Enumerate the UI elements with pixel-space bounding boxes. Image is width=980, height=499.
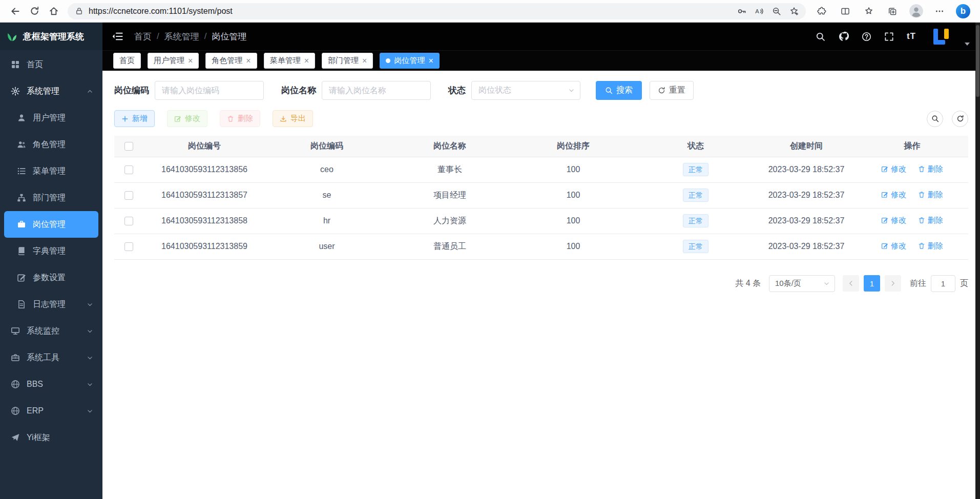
close-icon[interactable]: × — [362, 57, 367, 65]
url-text[interactable]: https://ccnetcore.com:1101/system/post — [89, 7, 733, 16]
tab-user-mgmt[interactable]: 用户管理× — [148, 53, 199, 69]
copilot-icon[interactable]: b — [951, 2, 975, 21]
breadcrumb-home[interactable]: 首页 — [134, 31, 152, 43]
search-icon[interactable] — [816, 32, 825, 41]
sidebar-item-system-tools[interactable]: 系统工具 — [4, 344, 98, 371]
split-screen-icon[interactable] — [833, 2, 857, 21]
key-icon[interactable] — [733, 4, 750, 18]
table-row: 1641030593112313857 se 项目经理 100 正常 2023-… — [114, 182, 968, 208]
gear-icon — [10, 86, 20, 96]
globe-icon — [10, 406, 20, 416]
address-bar[interactable]: https://ccnetcore.com:1101/system/post A — [68, 3, 806, 19]
goto-label: 前往 — [910, 278, 926, 289]
breadcrumb-system-mgmt[interactable]: 系统管理 — [164, 31, 199, 43]
post-code-field[interactable] — [155, 81, 264, 100]
table-header-row: 岗位编号 岗位编码 岗位名称 岗位排序 状态 创建时间 操作 — [114, 136, 968, 157]
close-icon[interactable]: × — [188, 57, 193, 65]
row-edit-link[interactable]: 修改 — [881, 190, 906, 200]
post-name-label: 岗位名称 — [281, 85, 316, 96]
sidebar-item-bbs[interactable]: BBS — [4, 371, 98, 398]
status-select[interactable]: 岗位状态 — [471, 81, 580, 100]
close-icon[interactable]: × — [428, 57, 433, 65]
table-row: 1641030593112313856 ceo 董事长 100 正常 2023-… — [114, 157, 968, 182]
profile-avatar[interactable] — [904, 2, 928, 21]
export-button[interactable]: 导出 — [273, 110, 313, 127]
row-edit-link[interactable]: 修改 — [881, 164, 906, 174]
sidebar-item-yi-framework[interactable]: Yi框架 — [4, 424, 98, 451]
sidebar-fold-icon[interactable] — [112, 31, 123, 42]
post-name-input[interactable] — [329, 86, 424, 95]
add-button[interactable]: 新增 — [114, 110, 155, 127]
browser-back-button[interactable] — [5, 2, 25, 20]
next-page-button[interactable] — [885, 275, 901, 292]
chevron-down-icon — [87, 328, 93, 335]
tab-role-mgmt[interactable]: 角色管理× — [205, 53, 257, 69]
prev-page-button[interactable] — [843, 275, 859, 292]
refresh-table-button[interactable] — [952, 111, 968, 127]
reset-button[interactable]: 重置 — [650, 81, 694, 100]
goto-page-input[interactable] — [931, 275, 955, 292]
tab-post-mgmt[interactable]: 岗位管理× — [380, 53, 439, 69]
sidebar-item-dept-mgmt[interactable]: 部门管理 — [4, 184, 98, 211]
close-icon[interactable]: × — [304, 57, 309, 65]
sidebar-item-home[interactable]: 首页 — [4, 51, 98, 78]
select-all-checkbox[interactable] — [124, 142, 133, 151]
row-edit-link[interactable]: 修改 — [881, 216, 906, 225]
zoom-out-icon[interactable] — [768, 4, 785, 18]
post-name-cell: 项目经理 — [388, 182, 512, 208]
page-scrollbar[interactable] — [975, 23, 980, 499]
row-checkbox[interactable] — [124, 242, 133, 251]
row-delete-link[interactable]: 删除 — [918, 241, 943, 251]
post-code-cell: ceo — [266, 157, 388, 182]
sidebar-item-role-mgmt[interactable]: 角色管理 — [4, 131, 98, 158]
github-icon[interactable] — [838, 31, 849, 42]
chevron-down-icon[interactable] — [965, 43, 970, 46]
tab-menu-mgmt[interactable]: 菜单管理× — [264, 53, 315, 69]
col-post-name: 岗位名称 — [388, 136, 512, 157]
sidebar-item-post-mgmt[interactable]: 岗位管理 — [4, 211, 98, 238]
sidebar-item-dict-mgmt[interactable]: 字典管理 — [4, 238, 98, 264]
page-number-1[interactable]: 1 — [864, 275, 880, 292]
post-name-field[interactable] — [322, 81, 431, 100]
collections-icon[interactable] — [881, 2, 904, 21]
read-aloud-icon[interactable]: A — [750, 4, 768, 18]
font-size-icon[interactable]: tT — [907, 31, 916, 41]
edit-button[interactable]: 修改 — [167, 110, 207, 127]
browser-home-button[interactable] — [44, 2, 64, 20]
row-delete-link[interactable]: 删除 — [918, 164, 943, 174]
tab-home[interactable]: 首页 — [113, 53, 141, 69]
tab-dept-mgmt[interactable]: 部门管理× — [322, 53, 373, 69]
row-delete-link[interactable]: 删除 — [918, 190, 943, 200]
extensions-icon[interactable] — [810, 2, 833, 21]
help-icon[interactable] — [862, 32, 871, 41]
sidebar-item-system-monitor[interactable]: 系统监控 — [4, 318, 98, 344]
user-logo-avatar[interactable] — [932, 27, 951, 46]
sidebar-item-user-mgmt[interactable]: 用户管理 — [4, 105, 98, 131]
sidebar-item-erp[interactable]: ERP — [4, 398, 98, 424]
fullscreen-icon[interactable] — [884, 32, 894, 41]
sidebar-item-param-settings[interactable]: 参数设置 — [4, 264, 98, 291]
app-brand[interactable]: 意框架管理系统 — [0, 23, 102, 50]
row-checkbox[interactable] — [124, 191, 133, 200]
sidebar-item-log-mgmt[interactable]: 日志管理 — [4, 291, 98, 318]
settings-menu-icon[interactable] — [928, 2, 951, 21]
post-code-input[interactable] — [162, 86, 257, 95]
sidebar-item-system-mgmt[interactable]: 系统管理 — [4, 78, 98, 105]
globe-icon — [10, 379, 20, 389]
scrollbar-thumb[interactable] — [976, 25, 979, 97]
row-checkbox[interactable] — [124, 217, 133, 225]
row-delete-link[interactable]: 删除 — [918, 216, 943, 225]
browser-refresh-button[interactable] — [25, 2, 44, 20]
page-size-select[interactable]: 10条/页 — [769, 275, 835, 292]
search-button[interactable]: 搜索 — [596, 81, 642, 100]
toolbar-right — [927, 111, 968, 127]
row-edit-link[interactable]: 修改 — [881, 241, 906, 251]
toggle-search-button[interactable] — [927, 111, 943, 127]
close-icon[interactable]: × — [246, 57, 251, 65]
delete-button[interactable]: 删除 — [220, 110, 260, 127]
admin-app: 意框架管理系统 首页 系统管理 用户管理 角色管理 菜单管理 — [0, 23, 980, 499]
add-favorite-icon[interactable] — [785, 4, 803, 18]
row-checkbox[interactable] — [124, 165, 133, 174]
favorites-icon[interactable] — [857, 2, 881, 21]
sidebar-item-menu-mgmt[interactable]: 菜单管理 — [4, 158, 98, 184]
